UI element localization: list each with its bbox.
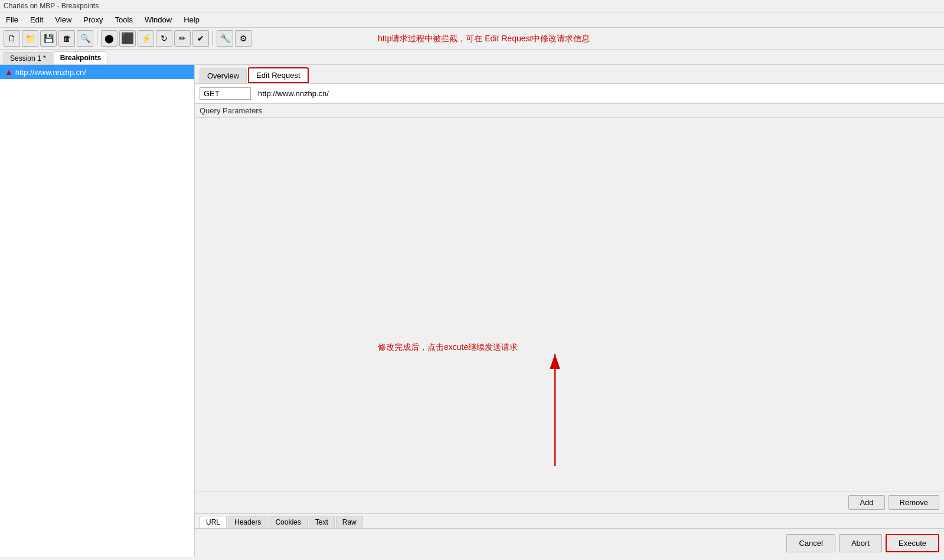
annotation-bottom: 修改完成后，点击excute继续发送请求 — [378, 342, 518, 353]
menu-proxy[interactable]: Proxy — [77, 14, 109, 26]
save-button[interactable]: 💾 — [40, 30, 57, 47]
execute-button[interactable]: Execute — [886, 534, 939, 552]
intercept-button[interactable]: ⚡ — [138, 30, 154, 47]
settings-button[interactable]: ⚙ — [235, 30, 251, 47]
list-item-url: http://www.nnzhp.cn/ — [15, 68, 86, 77]
remove-button[interactable]: Remove — [889, 495, 939, 510]
tab-overview[interactable]: Overview — [200, 68, 247, 83]
title-text: Charles on MBP - Breakpoints — [4, 2, 99, 10]
url-input[interactable] — [254, 88, 939, 99]
annotation-top: http请求过程中被拦截，可在 Edit Request中修改请求信息 — [378, 32, 791, 45]
tab-raw[interactable]: Raw — [336, 516, 363, 528]
tab-url[interactable]: URL — [200, 516, 227, 528]
tab-cookies[interactable]: Cookies — [269, 516, 307, 528]
wrench-button[interactable]: 🔧 — [217, 30, 233, 47]
stop-button[interactable]: ⬛ — [119, 30, 136, 47]
menu-bar: File Edit View Proxy Tools Window Help — [0, 12, 944, 28]
separator-2 — [213, 31, 213, 45]
tab-headers[interactable]: Headers — [228, 516, 267, 528]
method-select[interactable]: GET POST PUT DELETE PATCH HEAD OPTIONS — [200, 87, 251, 100]
right-tab-bar: Overview Edit Request — [195, 65, 944, 84]
tab-edit-request[interactable]: Edit Request — [248, 67, 308, 83]
cancel-button[interactable]: Cancel — [786, 534, 835, 552]
delete-button[interactable]: 🗑 — [58, 30, 75, 47]
tab-session1[interactable]: Session 1 * — [4, 52, 53, 64]
title-bar: Charles on MBP - Breakpoints — [0, 0, 944, 12]
add-button[interactable]: Add — [848, 495, 884, 510]
menu-view[interactable]: View — [49, 14, 77, 26]
menu-file[interactable]: File — [0, 14, 24, 26]
abort-button[interactable]: Abort — [839, 534, 882, 552]
search-button[interactable]: 🔍 — [77, 30, 93, 47]
edit-button[interactable]: ✏ — [174, 30, 191, 47]
record-button[interactable]: ⬤ — [101, 30, 117, 47]
query-params-label: Query Parameters — [195, 104, 944, 118]
list-item-nnzhp[interactable]: ▲ http://www.nnzhp.cn/ — [0, 65, 194, 79]
open-button[interactable]: 📁 — [22, 30, 38, 47]
check-button[interactable]: ✔ — [192, 30, 209, 47]
menu-window[interactable]: Window — [139, 14, 178, 26]
new-button[interactable]: 🗋 — [4, 30, 20, 47]
bottom-tab-bar: URL Headers Cookies Text Raw — [195, 513, 944, 529]
menu-edit[interactable]: Edit — [24, 14, 49, 26]
session-tab-bar: Session 1 * Breakpoints — [0, 50, 944, 65]
menu-tools[interactable]: Tools — [109, 14, 139, 26]
method-url-row: GET POST PUT DELETE PATCH HEAD OPTIONS — [195, 84, 944, 104]
execute-row: Cancel Abort Execute — [195, 529, 944, 557]
left-panel: ▲ http://www.nnzhp.cn/ — [0, 65, 195, 557]
separator-1 — [97, 31, 97, 45]
annotation-arrow — [525, 348, 821, 502]
up-arrow-icon: ▲ — [5, 67, 13, 77]
menu-help[interactable]: Help — [178, 14, 205, 26]
refresh-button[interactable]: ↻ — [156, 30, 172, 47]
tab-breakpoints[interactable]: Breakpoints — [54, 51, 107, 64]
annotation-bottom-container: 修改完成后，点击excute继续发送请求 — [378, 342, 518, 353]
tab-text[interactable]: Text — [309, 516, 335, 528]
